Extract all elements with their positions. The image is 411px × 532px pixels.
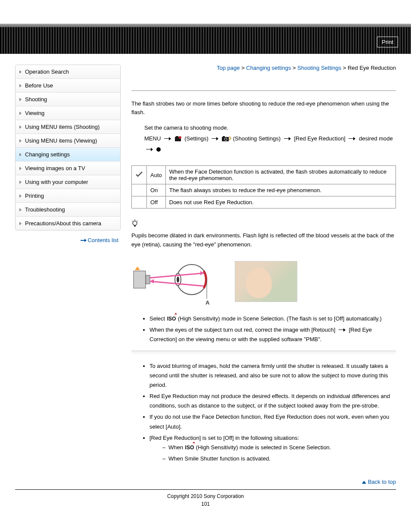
arrow-icon xyxy=(284,137,291,140)
list-item: When Smile Shutter function is activated… xyxy=(162,454,396,464)
list-item: Select ISO (High Sensitivity) mode in Sc… xyxy=(149,314,396,324)
svg-point-6 xyxy=(133,221,137,225)
check-icon xyxy=(135,171,143,177)
section-divider xyxy=(131,351,396,355)
main-content: Top page > Changing settings > Shooting … xyxy=(131,65,396,470)
dot-icon xyxy=(156,147,161,152)
back-to-top-wrap: Back to top xyxy=(0,470,411,489)
sidebar-item-before-use[interactable]: Before Use xyxy=(16,79,120,93)
svg-line-9 xyxy=(132,221,133,221)
iso-icon: ISO xyxy=(185,443,195,452)
sidebar-nav: Operation Search Before Use Shooting Vie… xyxy=(15,65,121,230)
svg-point-15 xyxy=(177,277,179,283)
svg-marker-19 xyxy=(150,279,154,283)
subnotes-list: When ISO (High Sensitivity) mode is sele… xyxy=(149,443,396,464)
arrow-icon xyxy=(212,137,218,140)
svg-rect-4 xyxy=(223,136,225,137)
list-item: When ISO (High Sensitivity) mode is sele… xyxy=(162,443,396,452)
svg-rect-3 xyxy=(222,137,229,141)
settings-label: (Settings) xyxy=(184,135,209,142)
sidebar-item-menu-viewing[interactable]: Using MENU items (Viewing) xyxy=(16,134,120,148)
shooting-settings-icon xyxy=(222,136,231,142)
other-techniques-list: Select ISO (High Sensitivity) mode in Sc… xyxy=(131,314,396,344)
mode-desc: The flash always strobes to reduce the r… xyxy=(165,184,395,196)
sidebar-item-viewing[interactable]: Viewing xyxy=(16,106,120,120)
steps: Set the camera to shooting mode. MENU (S… xyxy=(131,123,396,155)
back-to-top-link[interactable]: Back to top xyxy=(368,479,396,485)
list-item: [Red Eye Reduction] is set to [Off] in t… xyxy=(149,433,396,464)
breadcrumb-shooting[interactable]: Shooting Settings xyxy=(297,65,341,71)
menu-label: MENU xyxy=(144,135,161,142)
contents-list-link-wrap: Contents list xyxy=(15,230,121,243)
tip-section: Pupils become dilated in dark environmen… xyxy=(131,219,396,344)
arrow-icon xyxy=(146,148,153,151)
svg-rect-7 xyxy=(134,225,136,227)
list-item: If you do not use the Face Detection fun… xyxy=(149,412,396,431)
page-number: 101 xyxy=(0,501,411,507)
modes-table: Auto When the Face Detection function is… xyxy=(131,165,396,208)
sidebar-item-shooting[interactable]: Shooting xyxy=(16,93,120,106)
arrow-right-icon xyxy=(81,239,87,242)
sidebar-item-changing-settings[interactable]: Changing settings xyxy=(16,148,120,162)
list-item: Red Eye Reduction may not produce the de… xyxy=(149,392,396,411)
breadcrumb: Top page > Changing settings > Shooting … xyxy=(131,65,396,71)
arrow-icon xyxy=(339,328,346,332)
breadcrumb-sep: > xyxy=(291,65,297,71)
red-eye-diagram: A xyxy=(131,255,396,314)
svg-rect-1 xyxy=(176,136,178,137)
header-bar: Print xyxy=(0,24,411,54)
svg-line-10 xyxy=(137,221,138,221)
mode-desc: When the Face Detection function is acti… xyxy=(165,166,395,184)
notes-list: To avoid blurring of images, hold the ca… xyxy=(131,361,396,464)
mode-name: On xyxy=(147,184,166,196)
settings-icon xyxy=(174,136,183,142)
sample-photo xyxy=(235,261,297,302)
sidebar-item-operation-search[interactable]: Operation Search xyxy=(16,65,120,79)
arrow-icon xyxy=(164,137,171,140)
iso-icon: ISO xyxy=(167,314,177,323)
list-item: When the eyes of the subject turn out re… xyxy=(149,325,396,344)
breadcrumb-sep: > xyxy=(240,65,246,71)
table-row: On The flash always strobes to reduce th… xyxy=(132,184,396,196)
eye-diagram-svg: A xyxy=(131,258,218,305)
table-row: Off Does not use Red Eye Reduction. xyxy=(132,196,396,208)
contents-list-link[interactable]: Contents list xyxy=(87,237,118,243)
triangle-up-icon xyxy=(362,481,366,484)
step-1: Set the camera to shooting mode. xyxy=(144,123,396,134)
tip-text: Pupils become dilated in dark environmen… xyxy=(131,231,396,249)
breadcrumb-top[interactable]: Top page xyxy=(217,65,240,71)
breadcrumb-sep: > xyxy=(341,65,348,71)
mode-icon-cell xyxy=(132,166,147,184)
breadcrumb-changing[interactable]: Changing settings xyxy=(246,65,291,71)
sidebar-item-precautions[interactable]: Precautions/About this camera xyxy=(16,217,120,230)
svg-text:A: A xyxy=(206,299,210,305)
mode-icon-cell xyxy=(132,184,147,196)
sidebar-item-tv[interactable]: Viewing images on a TV xyxy=(16,162,120,175)
intro-text: The flash strobes two or more times befo… xyxy=(131,100,396,116)
svg-point-2 xyxy=(179,136,181,139)
list-item: To avoid blurring of images, hold the ca… xyxy=(149,361,396,390)
red-eye-label: [Red Eye Reduction] xyxy=(294,135,346,142)
mode-icon-cell xyxy=(132,196,147,208)
step-2: MENU (Settings) (Shooting Settings) [Red… xyxy=(144,134,396,155)
table-row: Auto When the Face Detection function is… xyxy=(132,166,396,184)
shooting-settings-label: (Shooting Settings) xyxy=(233,135,281,142)
svg-rect-12 xyxy=(146,275,150,284)
lightbulb-icon xyxy=(131,219,138,230)
arrow-icon xyxy=(349,137,355,140)
sidebar-item-menu-shooting[interactable]: Using MENU items (Shooting) xyxy=(16,120,120,134)
print-button[interactable]: Print xyxy=(377,37,398,47)
desired-label: desired mode xyxy=(359,135,393,142)
mode-name: Off xyxy=(147,196,166,208)
copyright-text: Copyright 2010 Sony Corporation xyxy=(0,490,411,501)
mode-desc: Does not use Red Eye Reduction. xyxy=(165,196,395,208)
mode-name: Auto xyxy=(147,166,166,184)
sidebar-item-computer[interactable]: Using with your computer xyxy=(16,175,120,189)
sidebar-item-troubleshooting[interactable]: Troubleshooting xyxy=(16,203,120,217)
sidebar-item-printing[interactable]: Printing xyxy=(16,189,120,203)
breadcrumb-current: Red Eye Reduction xyxy=(348,65,396,71)
title-divider xyxy=(131,90,396,91)
svg-rect-11 xyxy=(134,271,146,288)
